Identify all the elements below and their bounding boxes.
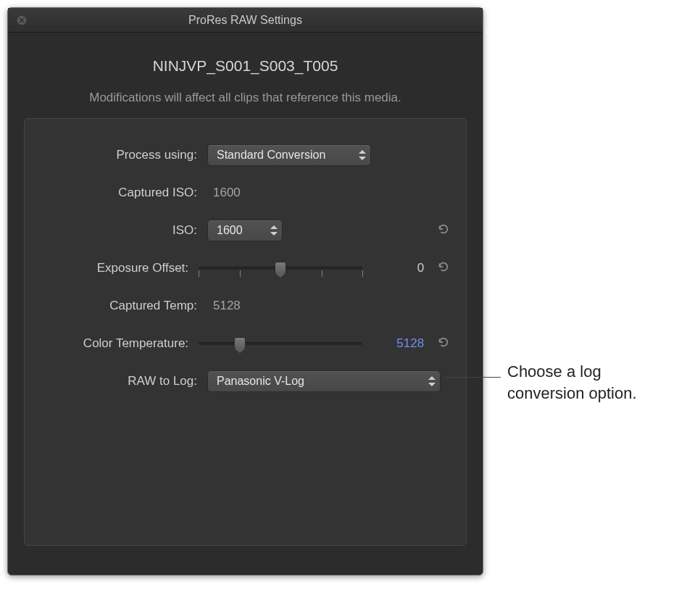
reset-exposure-button[interactable] (424, 260, 450, 277)
captured-iso-value: 1600 (207, 186, 241, 200)
process-using-popup[interactable]: Standard Conversion (207, 144, 371, 166)
undo-icon (437, 336, 450, 349)
annotation-callout-line (446, 377, 501, 378)
undo-icon (437, 260, 450, 273)
titlebar: ProRes RAW Settings (8, 8, 483, 33)
label-iso: ISO: (41, 223, 207, 238)
window-content: NINJVP_S001_S003_T005 Modifications will… (8, 33, 483, 560)
label-color-temperature: Color Temperature: (41, 336, 199, 351)
raw-to-log-value: Panasonic V-Log (217, 375, 304, 388)
updown-icon (359, 149, 366, 162)
captured-temp-value: 5128 (207, 299, 241, 313)
row-exposure-offset: Exposure Offset: 0 (41, 249, 450, 287)
label-captured-iso: Captured ISO: (41, 186, 207, 200)
label-captured-temp: Captured Temp: (41, 299, 207, 313)
close-button[interactable] (17, 15, 27, 25)
slider-thumb[interactable] (275, 262, 286, 275)
settings-panel: Process using: Standard Conversion Captu… (24, 118, 467, 546)
window-title: ProRes RAW Settings (8, 14, 483, 27)
row-color-temperature: Color Temperature: 5128 (41, 325, 450, 362)
reset-iso-button[interactable] (422, 223, 450, 239)
scope-note: Modifications will affect all clips that… (24, 91, 467, 105)
close-icon (19, 17, 25, 23)
raw-to-log-popup[interactable]: Panasonic V-Log (207, 370, 441, 392)
color-temperature-value[interactable]: 5128 (362, 336, 424, 351)
iso-value: 1600 (217, 224, 243, 237)
row-raw-to-log: RAW to Log: Panasonic V-Log (41, 362, 450, 400)
annotation-text: Choose a logconversion option. (507, 361, 637, 404)
label-exposure-offset: Exposure Offset: (41, 261, 199, 275)
exposure-offset-value: 0 (362, 261, 424, 275)
updown-icon (428, 375, 436, 388)
reset-color-temperature-button[interactable] (424, 336, 450, 352)
label-process-using: Process using: (41, 148, 207, 162)
row-iso: ISO: 1600 (41, 212, 450, 249)
row-captured-temp: Captured Temp: 5128 (41, 287, 450, 325)
label-raw-to-log: RAW to Log: (41, 374, 207, 389)
row-process-using: Process using: Standard Conversion (41, 136, 450, 174)
exposure-offset-slider[interactable] (199, 259, 362, 277)
iso-popup[interactable]: 1600 (207, 220, 283, 241)
slider-thumb[interactable] (234, 337, 246, 350)
row-captured-iso: Captured ISO: 1600 (41, 174, 450, 212)
undo-icon (437, 223, 450, 236)
prores-raw-settings-window: ProRes RAW Settings NINJVP_S001_S003_T00… (7, 7, 483, 576)
clip-name: NINJVP_S001_S003_T005 (24, 57, 467, 75)
process-using-value: Standard Conversion (217, 149, 325, 162)
color-temperature-slider[interactable] (199, 335, 362, 352)
updown-icon (270, 224, 278, 237)
